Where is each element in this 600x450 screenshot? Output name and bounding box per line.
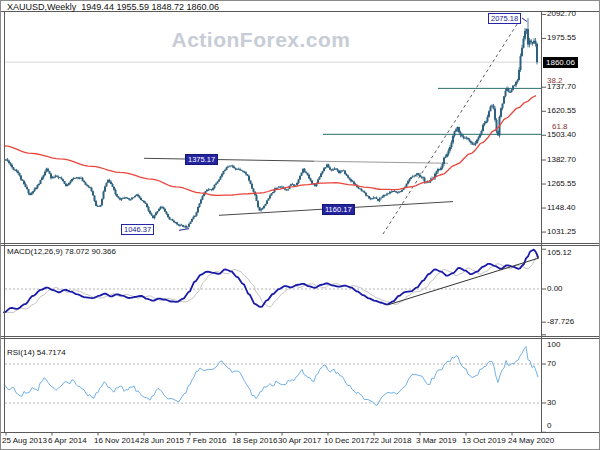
rsi-indicator-title: RSI(14) 54.7174 [7,348,66,357]
price-annotation-tag[interactable]: 1046.37 [121,224,154,235]
price-annotation-tag[interactable]: 1160.17 [322,204,355,215]
symbol-title: XAUUSD,Weekly 1949.44 1955.59 1848.72 18… [7,2,219,12]
price-annotation-tag[interactable]: 1375.17 [185,154,218,165]
chart-window: ActionForex.com XAUUSD,Weekly 1949.44 19… [0,0,600,450]
chart-canvas[interactable] [1,1,600,450]
price-annotation-tag[interactable]: 2075.18 [488,13,521,24]
macd-indicator-title: MACD(12,26,9) 78.072 90.366 [7,247,116,256]
